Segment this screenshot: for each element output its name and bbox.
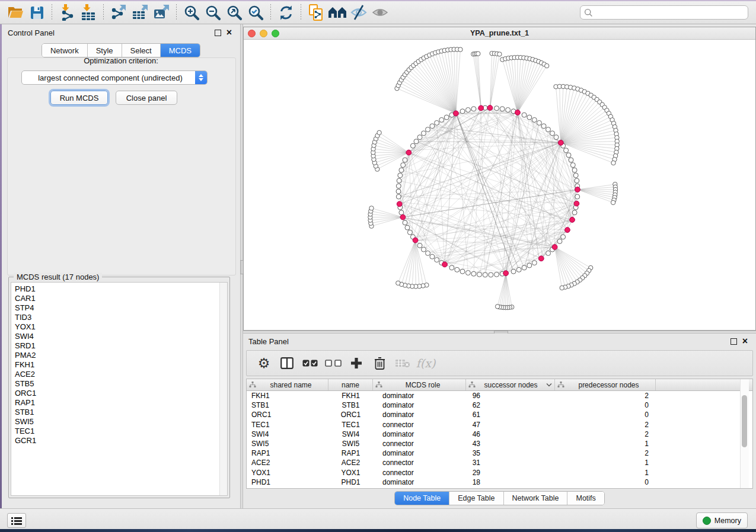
list-icon — [11, 517, 22, 525]
column-settings-button[interactable]: ⚙ — [255, 354, 273, 372]
export-network-button[interactable] — [108, 3, 129, 22]
zoom-fit-button[interactable] — [224, 3, 245, 22]
import-network-button[interactable] — [56, 3, 78, 22]
export-image-button[interactable] — [151, 3, 172, 22]
mcds-result-item[interactable]: PMA2 — [15, 351, 219, 360]
mcds-result-item[interactable]: SWI4 — [15, 332, 219, 341]
mcds-result-item[interactable]: YOX1 — [15, 322, 219, 332]
mcds-result-item[interactable]: GCR1 — [15, 436, 219, 446]
table-row[interactable]: RAP1RAP1dominator352 — [247, 448, 752, 458]
mcds-result-item[interactable]: SRD1 — [15, 341, 219, 351]
criterion-dropdown[interactable]: largest connected component (undirected) — [21, 70, 208, 85]
zoom-out-button[interactable] — [202, 3, 224, 22]
deselect-all-rows-button[interactable] — [324, 354, 342, 372]
tab-edge-table[interactable]: Edge Table — [449, 492, 503, 505]
column-header-shared-name[interactable]: shared name — [247, 379, 328, 390]
table-cell: ORC1 — [328, 411, 373, 419]
task-history-button[interactable] — [7, 513, 26, 528]
gear-icon: ⚙ — [258, 357, 270, 370]
column-header-name[interactable]: name — [328, 379, 373, 390]
table-row[interactable]: YOX1YOX1connector291 — [247, 468, 752, 477]
tab-network[interactable]: Network — [42, 44, 88, 57]
mcds-result-group-title: MCDS result (17 nodes) — [14, 273, 102, 281]
tab-select[interactable]: Select — [122, 44, 161, 57]
table-cell: FKH1 — [247, 392, 328, 400]
table-row[interactable]: TEC1TEC1connector472 — [247, 420, 752, 430]
refresh-button[interactable] — [275, 3, 296, 22]
table-row[interactable]: ORC1ORC1dominator610 — [247, 410, 752, 419]
mcds-result-list: PHD1CAR1STP4TID3YOX1SWI4SRD1PMA2FKH1ACE2… — [11, 283, 219, 495]
mcds-list-scrollbar[interactable] — [219, 283, 227, 495]
column-header-mcds-role[interactable]: MCDS role — [373, 379, 466, 390]
delete-column-button[interactable] — [371, 354, 388, 372]
run-mcds-button[interactable]: Run MCDS — [50, 91, 108, 105]
mcds-result-item[interactable]: TEC1 — [15, 427, 219, 436]
network-graph[interactable] — [244, 40, 755, 330]
split-table-button[interactable] — [278, 354, 296, 372]
zoom-selected-button[interactable] — [245, 3, 266, 22]
column-header-successor-nodes[interactable]: successor nodes — [466, 379, 555, 390]
mcds-result-item[interactable]: CAR1 — [15, 294, 219, 303]
table-row[interactable]: SWI4SWI4dominator462 — [247, 430, 752, 439]
select-all-rows-button[interactable] — [301, 354, 319, 372]
table-scrollbar-thumb[interactable] — [742, 395, 747, 447]
mcds-result-item[interactable]: SWI5 — [15, 417, 219, 427]
column-header-predecessor-nodes[interactable]: predecessor nodes — [555, 379, 656, 390]
table-row[interactable]: STB1STB1dominator620 — [247, 400, 752, 410]
tab-motifs[interactable]: Motifs — [567, 492, 604, 505]
table-cell: 1 — [555, 469, 656, 477]
table-row[interactable]: SWI5SWI5connector431 — [247, 439, 752, 448]
close-panel-button[interactable]: Close panel — [116, 91, 177, 105]
import-table-button[interactable] — [78, 3, 99, 22]
table-row[interactable]: FKH1FKH1dominator962 — [247, 391, 752, 400]
table-row[interactable]: ACE2ACE2connector311 — [247, 458, 752, 467]
checked-boxes-icon — [302, 360, 318, 367]
search-icon — [584, 8, 593, 17]
save-session-button[interactable] — [26, 3, 47, 22]
hide-selected-button[interactable] — [348, 3, 369, 22]
tab-mcds[interactable]: MCDS — [161, 44, 200, 57]
save-floppy-icon — [30, 6, 44, 20]
table-cell: connector — [373, 469, 466, 477]
mcds-result-item[interactable]: STP4 — [15, 303, 219, 313]
table-cell: 43 — [466, 440, 555, 448]
close-panel-icon[interactable]: × — [227, 30, 232, 36]
table-panel-title: Table Panel — [243, 337, 289, 346]
search-field[interactable] — [580, 5, 748, 20]
main-toolbar — [0, 1, 756, 24]
table-cell: TEC1 — [328, 421, 373, 429]
open-file-button[interactable] — [5, 3, 26, 22]
first-neighbors-button[interactable] — [327, 3, 348, 22]
export-table-button[interactable] — [129, 3, 151, 22]
zoom-selected-icon — [248, 5, 264, 21]
close-panel-icon[interactable]: × — [742, 338, 748, 344]
tab-network-table[interactable]: Network Table — [504, 492, 568, 505]
plus-icon — [350, 357, 362, 369]
network-canvas[interactable] — [244, 40, 755, 330]
mcds-result-item[interactable]: STB5 — [15, 379, 219, 389]
mcds-result-item[interactable]: TID3 — [15, 313, 219, 322]
search-input[interactable] — [593, 8, 744, 17]
float-panel-icon[interactable] — [215, 30, 221, 36]
refresh-icon — [278, 5, 294, 21]
table-row[interactable]: PHD1PHD1dominator180 — [247, 477, 752, 487]
mcds-result-item[interactable]: PHD1 — [15, 284, 219, 294]
float-panel-icon[interactable] — [731, 338, 737, 345]
new-network-from-selection-button[interactable] — [305, 3, 327, 22]
mcds-result-item[interactable]: STB1 — [15, 408, 219, 417]
mcds-result-item[interactable]: ORC1 — [15, 389, 219, 398]
table-vertical-scrollbar[interactable] — [740, 379, 749, 488]
table-cell: dominator — [373, 478, 466, 486]
add-column-button[interactable] — [347, 354, 365, 372]
table-cell: 29 — [466, 469, 555, 477]
mcds-result-item[interactable]: FKH1 — [15, 360, 219, 370]
tab-style[interactable]: Style — [88, 44, 122, 57]
mcds-result-item[interactable]: ACE2 — [15, 370, 219, 379]
split-columns-icon — [280, 357, 294, 369]
memory-status-button[interactable]: Memory — [696, 512, 748, 528]
network-window-titlebar[interactable]: YPA_prune.txt_1 — [244, 27, 755, 40]
tab-node-table[interactable]: Node Table — [395, 492, 449, 505]
zoom-in-button[interactable] — [181, 3, 202, 22]
show-all-button[interactable] — [369, 3, 391, 22]
mcds-result-item[interactable]: RAP1 — [15, 398, 219, 408]
